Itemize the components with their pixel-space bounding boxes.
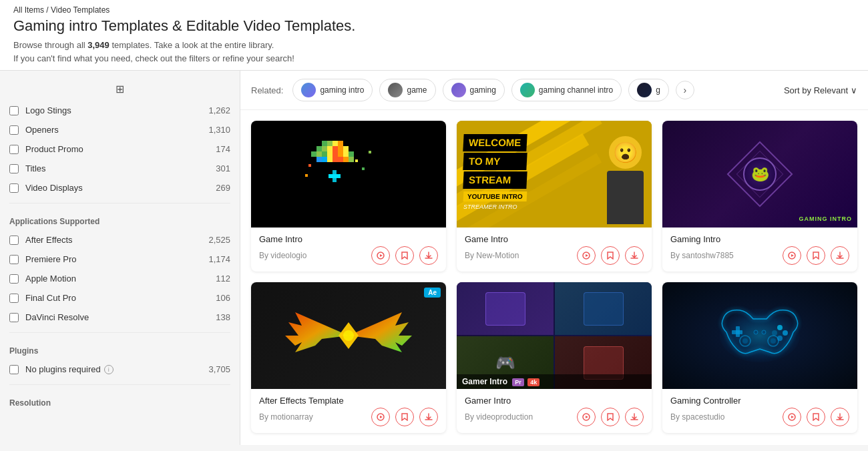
svg-rect-6 xyxy=(327,146,333,151)
checkbox-video-displays[interactable] xyxy=(9,183,19,193)
svg-point-57 xyxy=(742,338,748,344)
svg-rect-23 xyxy=(343,157,349,162)
svg-point-50 xyxy=(777,325,783,330)
bookmark-btn-2[interactable] xyxy=(601,246,620,265)
template-card-5[interactable]: 🎮 Gamer Intro Pr 4k Gamer Intro xyxy=(457,282,652,433)
filter-item-no-plugins[interactable]: No plugins required i 3,705 xyxy=(9,360,230,379)
download-btn-5[interactable] xyxy=(625,408,644,426)
download-btn-6[interactable] xyxy=(831,408,849,426)
filter-item-logo-stings[interactable]: Logo Stings 1,262 xyxy=(9,101,230,120)
svg-rect-15 xyxy=(338,151,343,157)
preview-btn-4[interactable] xyxy=(371,408,390,426)
filter-toggle-btn[interactable]: ⊞ xyxy=(0,77,240,101)
svg-marker-46 xyxy=(586,416,588,418)
download-btn-1[interactable] xyxy=(419,246,438,265)
breadcrumb-all[interactable]: All Items xyxy=(13,5,44,15)
svg-point-47 xyxy=(720,309,800,362)
info-icon[interactable]: i xyxy=(104,365,114,374)
preview-btn-2[interactable] xyxy=(577,246,596,265)
tag-icon-gaming xyxy=(451,83,466,97)
tag-icon-channel xyxy=(520,83,535,97)
checkbox-apple-motion[interactable] xyxy=(9,274,19,284)
related-bar: Related: gaming intro game gaming gaming… xyxy=(240,71,868,110)
svg-rect-2 xyxy=(333,141,338,146)
checkbox-titles[interactable] xyxy=(9,164,19,173)
checkbox-final-cut-pro[interactable] xyxy=(9,294,19,303)
svg-rect-19 xyxy=(322,157,327,162)
bookmark-btn-1[interactable] xyxy=(395,246,414,265)
filter-item-premiere-pro[interactable]: Premiere Pro 1,174 xyxy=(9,250,230,269)
svg-rect-30 xyxy=(308,164,311,167)
filter-item-product-promo[interactable]: Product Promo 174 xyxy=(9,139,230,159)
svg-rect-27 xyxy=(333,174,337,178)
svg-marker-38 xyxy=(586,254,588,257)
checkbox-openers[interactable] xyxy=(9,125,19,135)
svg-rect-14 xyxy=(333,151,338,157)
filter-item-openers[interactable]: Openers 1,310 xyxy=(9,120,230,139)
svg-rect-34 xyxy=(369,151,371,153)
checkbox-no-plugins[interactable] xyxy=(9,365,19,374)
bookmark-btn-5[interactable] xyxy=(601,408,620,426)
template-card-1[interactable]: Game Intro By videologio xyxy=(251,121,446,272)
svg-rect-20 xyxy=(327,157,333,162)
template-grid: Game Intro By videologio xyxy=(240,110,868,444)
checkbox-davinci-resolve[interactable] xyxy=(9,313,19,322)
svg-rect-0 xyxy=(322,141,327,146)
checkbox-after-effects[interactable] xyxy=(9,236,19,245)
svg-rect-29 xyxy=(337,174,341,178)
preview-btn-6[interactable] xyxy=(783,408,801,426)
download-btn-2[interactable] xyxy=(625,246,644,265)
checkbox-logo-stings[interactable] xyxy=(9,106,19,115)
tag-gaming-intro[interactable]: gaming intro xyxy=(292,79,373,101)
filter-item-final-cut-pro[interactable]: Final Cut Pro 106 xyxy=(9,288,230,308)
svg-rect-33 xyxy=(305,174,308,177)
filter-item-after-effects[interactable]: After Effects 2,525 xyxy=(9,230,230,250)
checkbox-premiere-pro[interactable] xyxy=(9,255,19,264)
svg-rect-31 xyxy=(355,159,358,162)
wings-svg xyxy=(282,292,415,379)
preview-btn-5[interactable] xyxy=(577,408,596,426)
svg-rect-13 xyxy=(327,151,333,157)
related-label: Related: xyxy=(251,85,283,95)
tag-icon-g xyxy=(637,83,652,97)
filter-item-apple-motion[interactable]: Apple Motion 112 xyxy=(9,269,230,288)
template-card-3[interactable]: 🐸 GAMING INTRO Gaming Intro By santoshw7… xyxy=(662,121,857,272)
bookmark-btn-6[interactable] xyxy=(807,408,825,426)
tag-icon-gaming-intro xyxy=(301,83,316,97)
svg-point-53 xyxy=(772,330,777,336)
svg-rect-28 xyxy=(333,178,337,182)
svg-rect-21 xyxy=(333,157,338,162)
bookmark-btn-4[interactable] xyxy=(395,408,414,426)
svg-marker-36 xyxy=(380,254,383,257)
filter-item-davinci-resolve[interactable]: DaVinci Resolve 138 xyxy=(9,308,230,327)
svg-rect-11 xyxy=(316,151,322,157)
bookmark-btn-3[interactable] xyxy=(807,246,825,265)
template-card-4[interactable]: Ae xyxy=(251,282,446,433)
page-description: Browse through all 3,949 templates. Take… xyxy=(13,39,855,65)
resolution-section-title: Resolution xyxy=(0,390,240,412)
tag-g[interactable]: g xyxy=(628,79,669,101)
tag-gaming-channel-intro[interactable]: gaming channel intro xyxy=(511,79,622,101)
filter-item-titles[interactable]: Titles 301 xyxy=(9,159,230,178)
ae-badge: Ae xyxy=(424,288,441,298)
preview-btn-1[interactable] xyxy=(371,246,390,265)
template-card-2[interactable]: WELCOME TO MY STREAM YOUTUBE INTRO STREA… xyxy=(457,121,652,272)
plugins-section-title: Plugins xyxy=(0,338,240,360)
svg-point-59 xyxy=(771,338,776,344)
breadcrumb-current: Video Templates xyxy=(51,5,110,15)
tags-next-button[interactable]: › xyxy=(676,81,694,99)
preview-btn-3[interactable] xyxy=(783,246,801,265)
download-btn-4[interactable] xyxy=(419,408,438,426)
breadcrumb: All Items / Video Templates xyxy=(13,5,855,15)
tag-gaming[interactable]: gaming xyxy=(443,79,505,101)
svg-point-42 xyxy=(343,330,354,341)
sidebar: ⊞ Logo Stings 1,262 Openers 1,310 Produc… xyxy=(0,71,240,445)
template-card-6[interactable]: Gaming Controller By spacestudio xyxy=(662,282,857,433)
filter-item-video-displays[interactable]: Video Displays 269 xyxy=(9,178,230,197)
tag-icon-game xyxy=(388,83,403,97)
tag-game[interactable]: game xyxy=(379,79,435,101)
filter-icon: ⊞ xyxy=(116,83,124,95)
sort-dropdown[interactable]: Sort by Relevant ∨ xyxy=(784,85,857,95)
download-btn-3[interactable] xyxy=(831,246,849,265)
checkbox-product-promo[interactable] xyxy=(9,145,19,154)
